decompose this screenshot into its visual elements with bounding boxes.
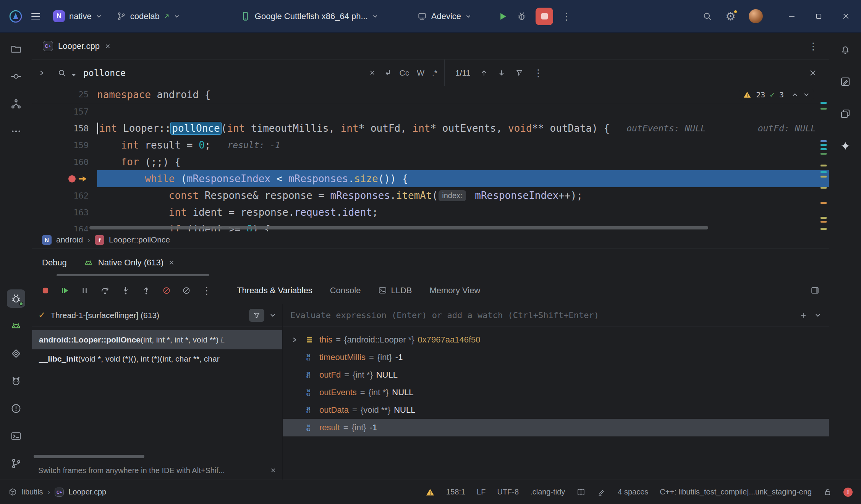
line-ending[interactable]: LF bbox=[477, 488, 486, 496]
inspection-mark[interactable] bbox=[821, 228, 827, 230]
editor-tab-looper[interactable]: C+ Looper.cpp bbox=[43, 41, 111, 51]
debug-more-icon[interactable]: ⋮ bbox=[202, 286, 212, 296]
structure-icon[interactable] bbox=[7, 95, 25, 113]
resume-button[interactable] bbox=[60, 286, 70, 295]
inspection-mark[interactable] bbox=[821, 217, 827, 219]
match-case-toggle[interactable]: Cc bbox=[399, 68, 409, 78]
step-into-button[interactable] bbox=[121, 286, 131, 296]
session-close-icon[interactable] bbox=[168, 260, 175, 266]
inspection-mark[interactable] bbox=[821, 187, 827, 189]
toolchain-label[interactable]: C++: libutils_test_compile|...unk_stagin… bbox=[660, 488, 812, 496]
error-indicator[interactable]: ! bbox=[843, 488, 853, 497]
search-history-caret[interactable] bbox=[72, 74, 76, 76]
frames-horizontal-scrollbar[interactable] bbox=[34, 455, 144, 458]
inspection-mark[interactable] bbox=[821, 153, 827, 155]
inspections-passed-count[interactable]: 3 bbox=[779, 90, 784, 99]
tab-memory-view[interactable]: Memory View bbox=[429, 286, 480, 296]
hint-close-icon[interactable] bbox=[270, 467, 276, 473]
commit-icon[interactable] bbox=[7, 67, 25, 86]
warnings-count[interactable]: 23 bbox=[756, 90, 765, 99]
gutter-line-159[interactable]: 159 bbox=[32, 137, 97, 153]
inspection-mark[interactable] bbox=[821, 108, 827, 110]
view-breakpoints-button[interactable] bbox=[182, 286, 191, 295]
line-number[interactable]: 158 bbox=[73, 124, 89, 133]
minimize-button[interactable] bbox=[787, 12, 796, 21]
problems-icon[interactable] bbox=[7, 399, 25, 418]
add-watch-icon[interactable] bbox=[799, 311, 808, 320]
tab-threads-variables[interactable]: Threads & Variables bbox=[237, 286, 312, 296]
step-over-button[interactable] bbox=[100, 286, 110, 296]
terminal-icon[interactable] bbox=[7, 427, 25, 445]
debug-tool-window-icon[interactable] bbox=[7, 289, 25, 308]
expand-search-icon[interactable] bbox=[38, 69, 45, 76]
code-text-line-160[interactable]: for (;;) { bbox=[97, 153, 829, 170]
line-number[interactable]: 159 bbox=[73, 141, 89, 150]
gutter-line-25[interactable]: 25 bbox=[32, 86, 97, 103]
inspection-mark[interactable] bbox=[821, 144, 827, 146]
reader-mode-icon[interactable] bbox=[576, 488, 586, 497]
line-number[interactable]: 157 bbox=[73, 107, 89, 116]
notifications-bell-icon[interactable] bbox=[836, 40, 855, 59]
logcat-icon[interactable] bbox=[7, 372, 25, 390]
code-text-line-159[interactable]: int result = 0;result: -1 bbox=[97, 137, 829, 153]
search-icon[interactable] bbox=[702, 11, 712, 21]
thread-selector[interactable]: ✓ Thread-1-[surfaceflinger] (613) bbox=[32, 304, 282, 326]
gemini-icon[interactable] bbox=[836, 137, 855, 155]
newline-icon[interactable] bbox=[383, 69, 392, 77]
more-tools-icon[interactable] bbox=[7, 122, 25, 141]
variable-row-outfd[interactable]: 1001 outFd = {int *} NULL bbox=[283, 366, 829, 384]
variable-row-outdata[interactable]: 1001 outData = {void **} NULL bbox=[283, 401, 829, 419]
breakpoint-dot[interactable] bbox=[68, 175, 76, 183]
next-occurrence-icon[interactable] bbox=[498, 69, 505, 77]
previous-occurrence-icon[interactable] bbox=[480, 69, 488, 77]
code-text-line-161[interactable]: while (mResponseIndex < mResponses.size(… bbox=[97, 170, 829, 187]
stop-session-button[interactable] bbox=[41, 286, 50, 295]
line-number[interactable]: 162 bbox=[73, 191, 89, 200]
whole-words-toggle[interactable]: W bbox=[417, 68, 424, 78]
tab-close-icon[interactable] bbox=[105, 43, 111, 49]
run-config-selector[interactable]: Adevice bbox=[413, 8, 475, 24]
code-editor[interactable]: 25namespace android {157158int Looper::p… bbox=[32, 86, 829, 231]
thread-filter-button[interactable] bbox=[249, 309, 264, 322]
project-folder-icon[interactable] bbox=[7, 40, 25, 58]
search-input[interactable] bbox=[83, 68, 361, 78]
gutter-line-160[interactable]: 160 bbox=[32, 153, 97, 170]
unlock-icon[interactable] bbox=[823, 488, 832, 496]
mute-breakpoints-button[interactable] bbox=[162, 286, 171, 295]
gutter-line-158[interactable]: 158 bbox=[32, 120, 97, 137]
inspection-marks-stripe[interactable] bbox=[821, 86, 827, 231]
stack-frame-libc-init[interactable]: __libc_init(void *, void (*)(), int (*)(… bbox=[32, 349, 282, 368]
stop-button[interactable] bbox=[536, 8, 553, 25]
inspection-mark[interactable] bbox=[821, 202, 827, 204]
run-button[interactable] bbox=[497, 11, 508, 22]
clang-tidy-status[interactable]: .clang-tidy bbox=[530, 488, 565, 496]
evaluate-input[interactable] bbox=[290, 310, 792, 320]
code-text-line-158[interactable]: int Looper::pollOnce(int timeoutMillis, … bbox=[97, 120, 829, 137]
line-number[interactable]: 160 bbox=[73, 157, 89, 167]
status-file[interactable]: Looper.cpp bbox=[68, 488, 106, 496]
stack-frame-pollonce[interactable]: android::Looper::pollOnce(int, int *, in… bbox=[32, 330, 282, 349]
status-warning-icon[interactable] bbox=[426, 488, 435, 497]
tab-console[interactable]: Console bbox=[330, 286, 361, 296]
layout-settings-icon[interactable] bbox=[810, 286, 820, 295]
caret-position[interactable]: 158:1 bbox=[446, 488, 465, 496]
app-inspection-icon[interactable] bbox=[7, 344, 25, 363]
project-widget[interactable]: N native bbox=[49, 7, 106, 25]
main-menu-icon[interactable] bbox=[29, 11, 42, 22]
inspection-mark[interactable] bbox=[821, 165, 827, 166]
close-button[interactable] bbox=[842, 12, 850, 21]
running-devices-icon[interactable] bbox=[7, 317, 25, 335]
inspection-mark[interactable] bbox=[821, 221, 827, 223]
code-text-line-25[interactable]: namespace android { bbox=[97, 86, 829, 103]
version-control-icon[interactable] bbox=[7, 454, 25, 473]
variable-row-result[interactable]: 1001 result = {int} -1 bbox=[283, 419, 829, 436]
expand-chevron-icon[interactable] bbox=[289, 336, 300, 343]
device-manager-icon[interactable] bbox=[836, 105, 855, 123]
gutter-line-161[interactable] bbox=[32, 170, 97, 187]
inspection-mark[interactable] bbox=[821, 102, 827, 104]
step-out-button[interactable] bbox=[141, 286, 151, 296]
variable-row-outevents[interactable]: 1001 outEvents = {int *} NULL bbox=[283, 384, 829, 401]
breadcrumb-namespace[interactable]: android bbox=[56, 235, 83, 244]
settings-gear-icon[interactable]: ⚙ bbox=[725, 11, 736, 22]
vcs-branch-widget[interactable]: codelab bbox=[113, 8, 184, 24]
